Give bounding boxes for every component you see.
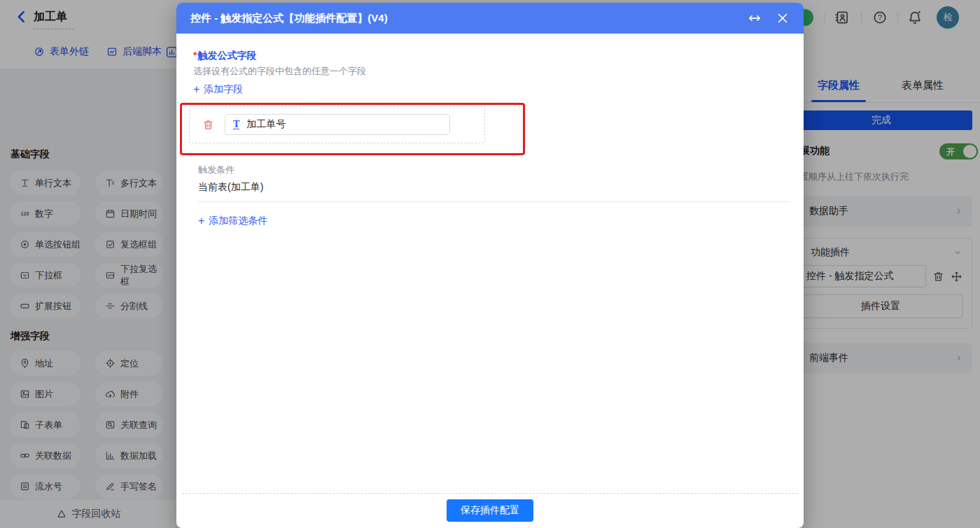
required-field-label-row: *触发公式字段 xyxy=(193,50,256,62)
form-designer-app: 加工单 ? 检 表单外链 后端脚本 预览 保存 基础字段 单行文本 多行文本 1… xyxy=(0,0,980,528)
add-filter-link[interactable]: +添加筛选条件 xyxy=(198,215,267,227)
resize-width-icon[interactable] xyxy=(748,11,762,25)
close-icon[interactable] xyxy=(776,11,790,25)
trigger-condition-underline xyxy=(198,201,790,202)
delete-field-icon[interactable] xyxy=(202,119,214,131)
selected-field-row: T 加工单号 xyxy=(189,106,485,143)
save-plugin-config-button[interactable]: 保存插件配置 xyxy=(447,499,533,522)
add-field-link[interactable]: +添加字段 xyxy=(193,83,243,96)
add-filter-label: 添加筛选条件 xyxy=(209,215,267,227)
plugin-config-modal: 控件 - 触发指定公式【功能插件配置】(V4) *触发公式字段 选择设有公式的字… xyxy=(176,3,804,528)
trigger-condition-label: 触发条件 xyxy=(198,164,234,176)
text-field-type-icon: T xyxy=(233,120,239,129)
modal-footer: 保存插件配置 xyxy=(176,493,804,528)
required-label: 触发公式字段 xyxy=(197,50,256,61)
add-field-label: 添加字段 xyxy=(204,83,243,96)
trigger-field-value: 加工单号 xyxy=(246,118,286,131)
trigger-condition-value[interactable]: 当前表(加工单) xyxy=(198,181,263,194)
modal-title: 控件 - 触发指定公式【功能插件配置】(V4) xyxy=(190,12,748,25)
field-description: 选择设有公式的字段中包含的任意一个字段 xyxy=(193,65,366,78)
trigger-field-input[interactable]: T 加工单号 xyxy=(225,114,450,135)
modal-header: 控件 - 触发指定公式【功能插件配置】(V4) xyxy=(176,3,804,34)
plus-icon: + xyxy=(198,216,204,226)
required-asterisk: * xyxy=(193,50,197,61)
plus-icon: + xyxy=(193,85,200,94)
modal-body: *触发公式字段 选择设有公式的字段中包含的任意一个字段 +添加字段 T 加工单号… xyxy=(176,34,804,528)
